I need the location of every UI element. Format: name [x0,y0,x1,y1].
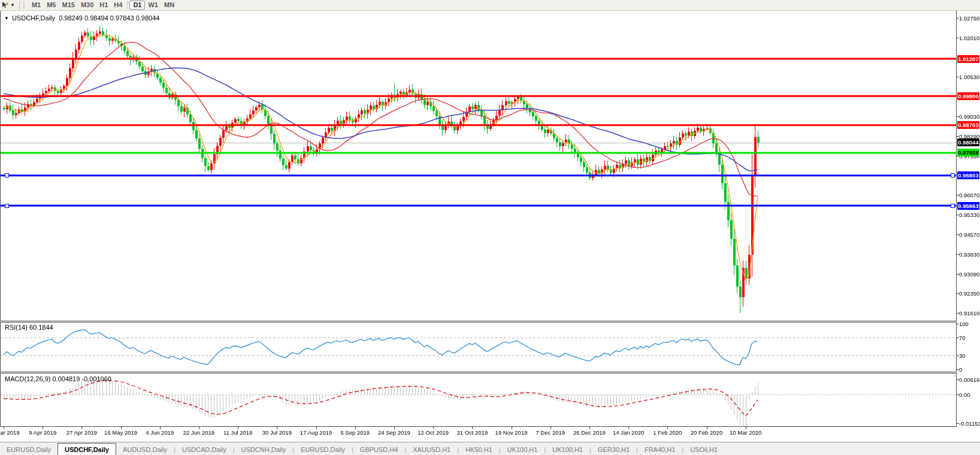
hline-price-label: 1.01207 [957,55,979,63]
timeframe-toolbar: ▼ M1M5M15M30H1H4D1W1MN [0,0,980,11]
ohlc-high: 0.98494 [84,14,108,22]
chart-tab-hk50-h1[interactable]: HK50,H1 [459,444,499,455]
date-label: 10 Mar 2020 [730,429,761,436]
chart-tab-bar: EURUSD,DailyUSDCHF,DailyAUDUSD,Daily|USD… [0,442,980,455]
price-tick-label: 1.00530 [959,74,980,80]
date-label: 5 Sep 2019 [340,429,370,436]
rsi-tick-label: 30 [959,352,980,359]
chart-tab-usdcad-daily[interactable]: USDCAD,Daily [176,444,233,455]
macd-indicator-label: MACD(12,26,9) 0.004819 -0.001060 [5,375,111,382]
chart-tab-uk100-h1[interactable]: UK100,H1 [501,444,545,455]
hline-price-label: 0.97658 [957,149,979,156]
chart-dropdown-icon[interactable]: ▼ [4,16,9,21]
date-label: 12 Oct 2019 [418,429,449,436]
price-tick-label: 0.91610 [959,310,980,317]
hline-price-label: 0.95663 [957,202,979,210]
line-drag-handle[interactable] [951,173,955,177]
timeframe-button-m5[interactable]: M5 [44,1,59,10]
rsi-indicator-label: RSI(14) 60.1844 [5,324,53,331]
chart-title: ▼USDCHF,Daily 0.98249 0.98494 0.97843 0.… [4,14,159,22]
timeframe-button-w1[interactable]: W1 [145,1,161,10]
date-label: 4 Jun 2019 [146,429,174,436]
date-label: 17 Aug 2019 [300,429,332,436]
date-label: 20 Feb 2020 [691,429,722,436]
date-label: 1 Feb 2020 [653,429,682,436]
timeframe-button-m15[interactable]: M15 [59,1,77,10]
date-label: 31 Oct 2019 [456,429,488,436]
chart-tab-eurusd-daily[interactable]: EURUSD,Daily [0,444,58,455]
ohlc-close: 0.98044 [136,14,160,22]
hline-price-label: 0.98703 [957,121,979,129]
chart-tab-uk100-h1[interactable]: UK100,H1 [546,444,589,455]
date-label: 26 Dec 2019 [573,429,606,436]
chevron-down-icon[interactable]: ▼ [10,2,15,8]
price-tick-label: 0.93830 [959,251,980,258]
toolbar-separator [127,1,128,9]
date-label: 30 Jul 2019 [262,429,292,436]
rsi-tick-label: 100 [959,321,980,327]
timeframe-button-h4[interactable]: H4 [111,1,125,10]
price-tick-label: 1.02750 [959,15,980,22]
chart-symbol: USDCHF,Daily [12,14,55,22]
date-label: 14 Jan 2020 [613,429,644,436]
price-tick-label: 0.93090 [959,271,980,278]
current-price-label: 0.98044 [957,138,979,146]
chart-tab-ger30-h1[interactable]: GER30,H1 [591,444,636,455]
chart-canvas[interactable] [0,0,980,455]
date-label: 9 Apr 2019 [29,429,56,436]
macd-tick-label: 0.006167 [959,376,980,383]
date-label: 24 Sep 2019 [378,429,410,436]
chart-tab-usdcnh-daily[interactable]: USDCNH,Daily [235,444,293,455]
macd-tick-label: 0.00 [959,391,980,398]
timeframe-button-h1[interactable]: H1 [96,1,111,10]
chart-tab-usdchf-daily[interactable]: USDCHF,Daily [58,443,116,455]
date-label: 27 Apr 2019 [66,429,97,436]
price-tick-label: 0.94570 [959,231,980,238]
hline-price-label: 0.96803 [957,171,979,179]
toolbar-grip[interactable] [23,2,26,8]
date-label: 16 May 2019 [104,429,137,436]
line-drag-handle[interactable] [951,204,955,208]
date-label: 11 Jul 2019 [223,429,252,436]
date-label: 19 Nov 2019 [495,429,528,436]
chart-tab-fra40-h1[interactable]: FRA40,H1 [638,444,682,455]
date-label: 7 Dec 2019 [536,429,565,436]
chart-tab-gbpusd-h4[interactable]: GBPUSD,H4 [353,444,405,455]
price-tick-label: 0.96070 [959,192,980,198]
price-tick-label: 1.02010 [959,35,980,41]
date-label: 22 Jun 2019 [183,429,214,436]
price-tick-label: 0.99030 [959,113,980,120]
ohlc-open: 0.98249 [59,14,83,22]
price-tick-label: 0.92350 [959,290,980,297]
timeframe-button-d1[interactable]: D1 [129,1,145,10]
ohlc-low: 0.97843 [110,14,134,22]
mt4-window: ▼ M1M5M15M30H1H4D1W1MN ▼USDCHF,Daily 0.9… [0,0,980,455]
date-label: 21 Mar 2019 [0,429,20,436]
chart-tab-usoil-h1[interactable]: USOil,H1 [683,444,724,455]
timeframe-button-m1[interactable]: M1 [29,1,44,10]
cursor-tool-icon[interactable] [1,1,10,9]
line-drag-handle[interactable] [5,173,9,177]
hline-price-label: 0.99800 [957,92,979,100]
line-drag-handle[interactable] [5,204,9,208]
price-tick-label: 0.95330 [959,212,980,218]
chart-tab-eurusd-daily[interactable]: EURUSD,Daily [294,444,352,455]
rsi-tick-label: 70 [959,335,980,341]
timeframe-buttons: M1M5M15M30H1H4D1W1MN [29,1,177,10]
macd-tick-label: -0.01153 [959,420,980,427]
chart-tab-audusd-daily[interactable]: AUDUSD,Daily [116,444,174,455]
rsi-tick-label: 0 [959,366,980,373]
timeframe-button-mn[interactable]: MN [161,1,177,10]
timeframe-button-m30[interactable]: M30 [78,1,96,10]
chart-tab-xauusd-h1[interactable]: XAUUSD,H1 [406,444,457,455]
toolbar-separator [19,1,20,9]
